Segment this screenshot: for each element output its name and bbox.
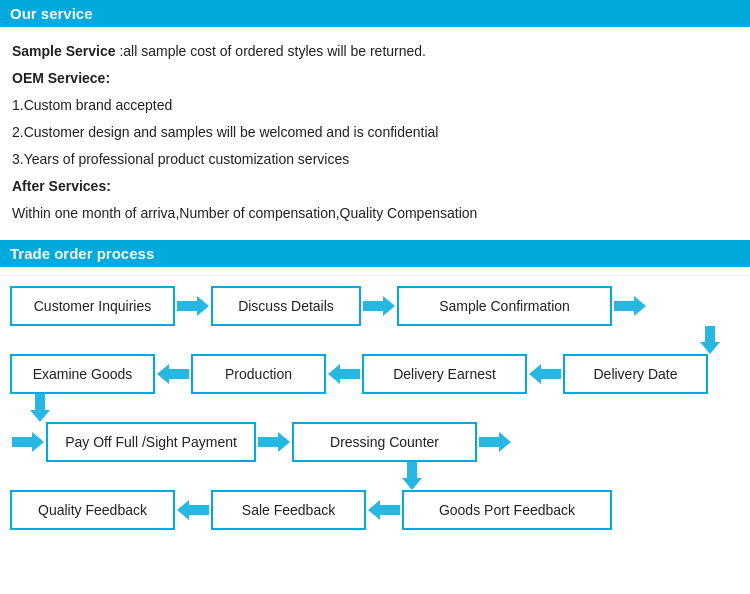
arrow-left-5 [366,498,402,522]
svg-marker-0 [177,296,209,316]
customer-inquiries-box: Customer Inquiries [10,286,175,326]
svg-marker-13 [368,500,400,520]
arrow-left-4 [175,498,211,522]
pay-off-box: Pay Off Full /Sight Payment [46,422,256,462]
goods-port-feedback-box: Goods Port Feedback [402,490,612,530]
arrow-down-2 [10,394,740,422]
trade-process-header: Trade order process [0,240,750,267]
arrow-left-3 [527,362,563,386]
our-service-header: Our service [0,0,750,27]
discuss-details-box: Discuss Details [211,286,361,326]
oem-item-1: 1.Custom brand accepted [12,95,738,116]
arrow-left-2 [326,362,362,386]
sample-service-label: Sample Service [12,43,116,59]
oem-title: OEM Serviece: [12,70,110,86]
svg-marker-7 [30,394,50,422]
arrow-left-1 [155,362,191,386]
oem-label: OEM Serviece: [12,68,738,89]
process-row-3: Pay Off Full /Sight Payment Dressing Cou… [10,422,740,462]
arrow-right-5 [256,430,292,454]
svg-marker-10 [479,432,511,452]
process-row-2: Examine Goods Production Delivery Earnes… [10,354,740,394]
our-service-section: Sample Service :all sample cost of order… [0,35,750,240]
after-title: After Services: [12,178,111,194]
svg-marker-2 [614,296,646,316]
sample-service-para: Sample Service :all sample cost of order… [12,41,738,62]
trade-process-section: Customer Inquiries Discuss Details Sampl… [0,275,750,542]
svg-marker-1 [363,296,395,316]
sample-confirmation-box: Sample Confirmation [397,286,612,326]
trade-process-title: Trade order process [10,245,154,262]
examine-goods-box: Examine Goods [10,354,155,394]
svg-marker-6 [529,364,561,384]
arrow-down-1 [10,326,740,354]
arrow-right-1 [175,294,211,318]
process-row-4: Quality Feedback Sale Feedback Goods Por… [10,490,740,530]
svg-marker-8 [12,432,44,452]
sale-feedback-box: Sale Feedback [211,490,366,530]
production-box: Production [191,354,326,394]
arrow-right-3 [612,294,648,318]
svg-marker-9 [258,432,290,452]
arrow-right-6 [477,430,513,454]
sample-service-text: :all sample cost of ordered styles will … [116,43,426,59]
our-service-title: Our service [10,5,93,22]
oem-item-3: 3.Years of professional product customiz… [12,149,738,170]
svg-marker-11 [402,462,422,490]
svg-marker-12 [177,500,209,520]
dressing-counter-box: Dressing Counter [292,422,477,462]
after-label: After Services: [12,176,738,197]
svg-marker-4 [157,364,189,384]
delivery-earnest-box: Delivery Earnest [362,354,527,394]
arrow-right-4 [10,430,46,454]
quality-feedback-box: Quality Feedback [10,490,175,530]
svg-marker-5 [328,364,360,384]
arrow-down-3 [10,462,740,490]
svg-marker-3 [700,326,720,354]
delivery-date-box: Delivery Date [563,354,708,394]
oem-item-2: 2.Customer design and samples will be we… [12,122,738,143]
arrow-right-2 [361,294,397,318]
process-row-1: Customer Inquiries Discuss Details Sampl… [10,286,740,326]
after-text: Within one month of arriva,Number of com… [12,203,738,224]
